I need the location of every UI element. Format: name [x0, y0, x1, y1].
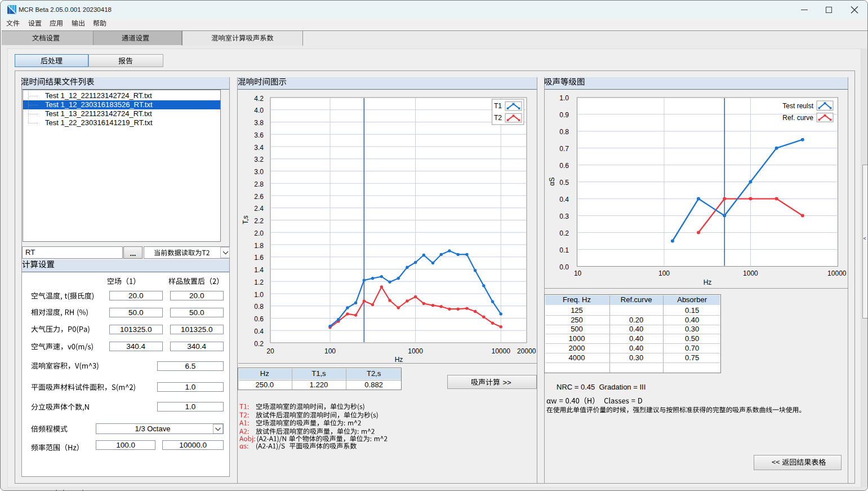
svg-text:0.1: 0.1: [559, 246, 569, 254]
svg-text:Hz: Hz: [704, 278, 712, 286]
svg-text:1000: 1000: [743, 269, 758, 277]
svg-text:1.6: 1.6: [254, 254, 264, 262]
svg-text:10000: 10000: [492, 347, 511, 355]
svg-text:0.9: 0.9: [559, 111, 569, 119]
svg-text:2.6: 2.6: [254, 193, 264, 201]
svg-text:2.4: 2.4: [254, 205, 264, 213]
svg-text:4.0: 4.0: [254, 107, 264, 114]
svg-text:1.2: 1.2: [254, 278, 264, 286]
svg-text:100: 100: [324, 347, 336, 355]
svg-text:2.8: 2.8: [254, 180, 264, 188]
svg-text:10: 10: [574, 269, 582, 277]
svg-text:0.0: 0.0: [559, 263, 569, 271]
svg-text:0.7: 0.7: [559, 145, 569, 153]
svg-text:1.8: 1.8: [254, 242, 264, 250]
svg-text:10000: 10000: [827, 269, 847, 277]
svg-text:Hz: Hz: [395, 356, 403, 364]
svg-text:0.2: 0.2: [559, 229, 569, 237]
svg-text:3.0: 3.0: [254, 168, 264, 176]
svg-text:1000: 1000: [408, 347, 423, 355]
svg-text:0.5: 0.5: [559, 179, 569, 187]
svg-text:0.4: 0.4: [254, 328, 264, 335]
svg-text:0.3: 0.3: [559, 213, 569, 220]
svg-text:2.2: 2.2: [254, 217, 264, 225]
svg-text:2.0: 2.0: [254, 229, 264, 237]
svg-text:3.6: 3.6: [254, 131, 264, 139]
svg-text:T2: T2: [494, 114, 502, 122]
svg-text:0.4: 0.4: [559, 196, 569, 204]
svg-text:20: 20: [266, 347, 274, 355]
svg-text:3.4: 3.4: [254, 144, 264, 152]
svg-text:T,s: T,s: [242, 215, 250, 224]
svg-text:3.8: 3.8: [254, 119, 264, 127]
svg-text:αS: αS: [548, 178, 556, 186]
svg-text:1.4: 1.4: [254, 266, 264, 274]
svg-text:0.2: 0.2: [254, 340, 264, 348]
svg-text:Ref. curve: Ref. curve: [782, 114, 813, 122]
svg-text:T1: T1: [494, 102, 502, 110]
svg-text:1.0: 1.0: [559, 94, 569, 102]
svg-text:100: 100: [658, 269, 670, 277]
svg-text:1.0: 1.0: [254, 291, 264, 299]
svg-text:4.2: 4.2: [254, 95, 264, 103]
svg-text:0.6: 0.6: [254, 315, 264, 323]
svg-text:20000: 20000: [517, 347, 536, 355]
svg-text:0.8: 0.8: [559, 128, 569, 136]
svg-text:0.6: 0.6: [559, 162, 569, 170]
svg-text:Test reulst: Test reulst: [782, 102, 813, 110]
svg-text:0.8: 0.8: [254, 303, 264, 311]
svg-text:3.2: 3.2: [254, 156, 264, 163]
